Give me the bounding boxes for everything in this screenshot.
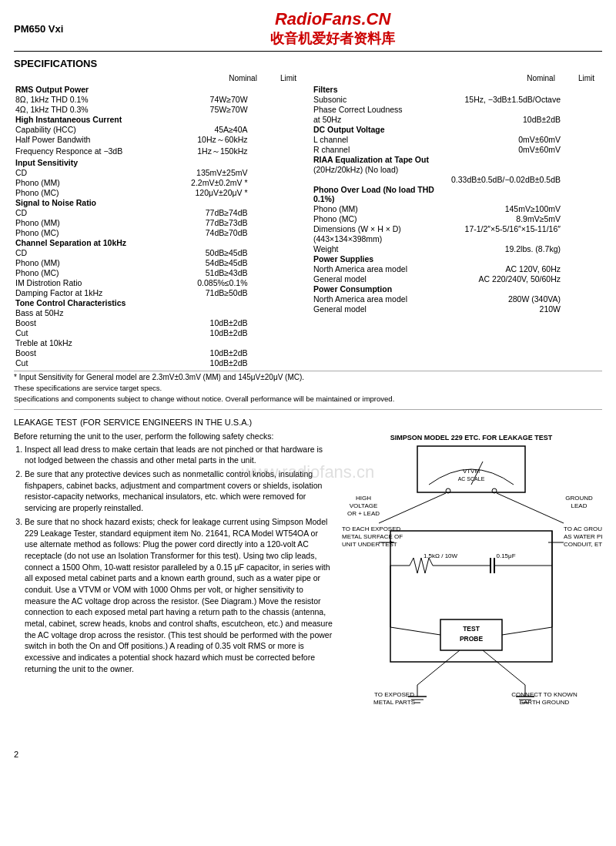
spec-row-limit (249, 337, 304, 347)
spec-row-label: 8Ω, 1kHz THD 0.1% (14, 94, 182, 104)
spec-row-label: Phono (MM) (312, 203, 450, 213)
spec-row-limit (562, 164, 602, 174)
spec-row-label: Input Sensitivity (14, 157, 182, 167)
spec-row-label: Phono (MM) (14, 217, 182, 227)
spec-row-label: North America area model (312, 264, 450, 274)
spec-row-limit (249, 227, 304, 237)
svg-text:AS WATER PIPE BX CABLE: AS WATER PIPE BX CABLE (564, 533, 602, 540)
spec-row-value: 0.33dB±0.5dB/−0.02dB±0.5dB (450, 174, 562, 184)
spec-row-label: Weight (312, 243, 450, 253)
spec-row-label: Subsonic (312, 94, 450, 104)
spec-row-label: Phono (MM) (14, 177, 182, 187)
limit-label-right: Limit (578, 74, 594, 82)
specs-right-col: Nominal Limit Filters Subsonic 15Hz, −3d… (312, 74, 602, 368)
spec-row-value: 54dB≥45dB (182, 257, 249, 267)
spec-row-limit (249, 307, 304, 317)
svg-text:METAL PARTS: METAL PARTS (373, 699, 415, 706)
spec-row-limit (562, 284, 602, 294)
spec-row-limit (249, 197, 304, 207)
spec-row-value (182, 197, 249, 207)
spec-row-limit (249, 104, 304, 114)
spec-row-label: CD (14, 167, 182, 177)
spec-row-limit (562, 274, 602, 284)
model-name: PM650 Vxi (14, 23, 63, 35)
page: PM650 Vxi RadioFans.CN 收音机爱好者资料库 SPECIFI… (0, 0, 616, 765)
spec-row-limit (562, 114, 602, 124)
spec-row-value: AC 120V, 60Hz (450, 264, 562, 274)
spec-row-value (450, 184, 562, 203)
site-branding: RadioFans.CN 收音机爱好者资料库 (71, 9, 594, 48)
spec-row-limit (562, 174, 602, 184)
spec-row-value (450, 104, 562, 114)
spec-row-value (450, 84, 562, 94)
spec-row-value: 74W≥70W (182, 94, 249, 104)
spec-row-value (182, 337, 249, 347)
spec-row-label: Bass at 50Hz (14, 307, 182, 317)
spec-row-label: at 50Hz (312, 114, 450, 124)
spec-row-limit (249, 317, 304, 327)
leakage-diagram: SIMPSON MODEL 229 ETC. FOR LEAKAGE TEST … (340, 431, 602, 756)
spec-row-value: 0mV±60mV (450, 134, 562, 144)
spec-row-limit (562, 134, 602, 144)
left-col-header: Nominal Limit (14, 74, 304, 82)
spec-row-value: 0mV±60mV (450, 144, 562, 154)
spec-row-label: (443×134×398mm) (312, 233, 450, 243)
change-note: Specifications and components subject to… (14, 394, 602, 403)
spec-row-label: RIAA Equalization at Tape Out (312, 154, 450, 164)
spec-row-value (450, 253, 562, 264)
spec-row-limit (249, 327, 304, 337)
spec-row-value: 2.2mV±0.2mV * (182, 177, 249, 187)
spec-row-label: DC Output Voltage (312, 124, 450, 134)
spec-row-limit (249, 134, 304, 146)
spec-row-label: Channel Separation at 10kHz (14, 237, 182, 247)
spec-row-value (182, 157, 249, 167)
spec-row-label: Power Supplies (312, 253, 450, 264)
leakage-subtitle: (FOR SERVICE ENGINEERS IN THE U.S.A.) (80, 418, 252, 427)
nominal-label: Nominal (229, 74, 257, 82)
spec-row-limit (249, 124, 304, 134)
spec-row-label: General model (312, 304, 450, 314)
spec-row-value: 45A≥40A (182, 124, 249, 134)
spec-row-label: North America area model (312, 294, 450, 304)
svg-line-12 (379, 493, 446, 523)
spec-row-limit (249, 84, 304, 94)
spec-row-label: Phono (MC) (14, 187, 182, 197)
svg-line-52 (390, 627, 440, 635)
spec-row-value (450, 233, 562, 243)
spec-row-label: Phono (MC) (312, 213, 450, 223)
svg-text:VTVM: VTVM (463, 468, 480, 475)
spec-row-limit (562, 264, 602, 274)
limit-label: Limit (280, 74, 296, 82)
specs-columns: Nominal Limit RMS Output Power 8Ω, 1kHz … (14, 74, 602, 368)
svg-text:TEST: TEST (463, 625, 480, 633)
nominal-label-right: Nominal (527, 74, 555, 82)
spec-row-value (450, 164, 562, 174)
spec-row-label: Filters (312, 84, 450, 94)
svg-text:UNIT UNDER TEST: UNIT UNDER TEST (342, 541, 397, 548)
spec-row-label: Phono Over Load (No load THD 0.1%) (312, 184, 450, 203)
leakage-step: Be sure that any protective devices such… (25, 468, 333, 514)
spec-row-label: Power Consumption (312, 284, 450, 294)
spec-row-limit (249, 207, 304, 217)
spec-row-limit (562, 154, 602, 164)
spec-row-label: High Instantaneous Current (14, 114, 182, 124)
spec-row-label: CD (14, 247, 182, 257)
spec-row-limit (249, 287, 304, 297)
spec-row-label: RMS Output Power (14, 84, 182, 94)
spec-row-value: 0.085%≤0.1% (182, 277, 249, 287)
spec-row-limit (249, 177, 304, 187)
spec-row-value (182, 307, 249, 317)
spec-row-value (182, 84, 249, 94)
spec-row-value: 8.9mV≥5mV (450, 213, 562, 223)
spec-row-label: General model (312, 274, 450, 284)
spec-row-value (182, 237, 249, 247)
spec-row-value: 77dB≥74dB (182, 207, 249, 217)
spec-row-limit (562, 213, 602, 223)
star-note: * Input Sensitivity for General model ar… (14, 371, 602, 381)
spec-row-label: R channel (312, 144, 450, 154)
spec-row-limit (249, 297, 304, 307)
spec-row-value: 10dB±2dB (182, 327, 249, 337)
spec-row-limit (249, 247, 304, 257)
spec-row-limit (562, 233, 602, 243)
leakage-intro: Before returning the unit to the user, p… (14, 431, 333, 442)
